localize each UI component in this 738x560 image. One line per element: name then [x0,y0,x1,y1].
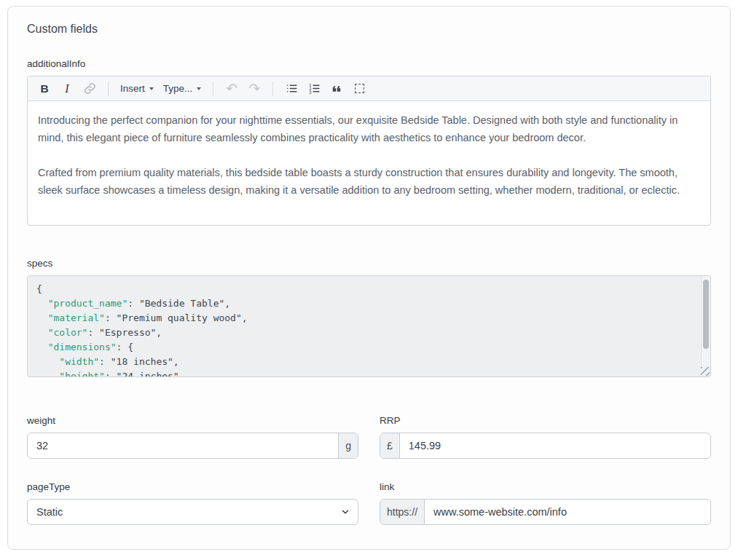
vertical-scrollbar[interactable] [701,276,710,367]
code-line: "height": "24 inches", [36,369,693,377]
embed-frame-button[interactable] [353,80,366,98]
type-dropdown-label: Type... [163,83,193,94]
link-input[interactable] [425,500,710,524]
redo-button[interactable]: ↷ [248,80,261,98]
bold-button[interactable]: B [38,80,51,98]
link-icon [84,82,96,95]
svg-text:3: 3 [309,90,312,95]
rich-text-toolbar: B I Insert Type... [28,76,710,101]
numbered-list-icon: 1 2 3 [308,82,321,95]
rrp-field-group: RRP £ [380,415,711,459]
paragraph: Crafted from premium quality materials, … [38,164,700,199]
insert-dropdown[interactable]: Insert [120,80,154,98]
rich-text-content[interactable]: Introducing the perfect companion for yo… [28,101,710,225]
weight-unit-addon: g [338,433,358,458]
currency-addon: £ [380,433,400,458]
rrp-label: RRP [380,415,711,426]
chevron-down-icon [197,87,201,90]
toolbar-divider [108,82,109,96]
weight-input[interactable] [28,433,338,458]
chevron-down-icon [149,87,154,90]
insert-dropdown-label: Insert [120,83,145,94]
redo-icon: ↷ [248,82,260,95]
type-dropdown[interactable]: Type... [163,80,202,98]
page-type-select[interactable]: Static [28,500,358,524]
weight-label: weight [27,415,358,426]
link-button[interactable] [83,80,96,98]
ordered-list-button[interactable]: 1 2 3 [307,80,321,98]
additional-info-section: additionalInfo B I Insert [27,58,711,226]
blockquote-button[interactable] [330,80,343,98]
link-field-group: link https:// [380,481,711,525]
dashed-square-icon [355,84,364,93]
page-type-field-group: pageType Static [27,481,358,525]
resize-handle-icon[interactable] [701,367,710,376]
undo-icon: ↶ [226,82,238,95]
code-line: "product_name": "Bedside Table", [36,296,693,311]
bulleted-list-icon [286,82,298,95]
weight-field-group: weight g [27,415,358,459]
page-type-label: pageType [27,481,358,492]
additional-info-label: additionalInfo [27,58,711,69]
undo-button[interactable]: ↶ [225,80,238,98]
code-line: "dimensions": { [36,340,693,355]
link-label: link [380,481,711,492]
specs-label: specs [27,258,711,269]
rrp-input[interactable] [400,433,710,458]
specs-code-content: { "product_name": "Bedside Table", "mate… [36,282,693,377]
code-line: "color": "Espresso", [36,326,693,340]
code-line: "material": "Premium quality wood", [36,311,693,326]
italic-button[interactable]: I [60,80,74,98]
paragraph: Introducing the perfect companion for yo… [38,111,700,146]
specs-code-textarea[interactable]: { "product_name": "Bedside Table", "mate… [27,275,711,377]
field-grid: weight g RRP £ pageType Static [27,415,711,525]
protocol-addon: https:// [380,500,425,524]
toolbar-divider [213,82,213,96]
custom-fields-card: Custom fields additionalInfo B I [7,6,731,550]
code-line: { [36,282,693,296]
code-line: "width": "18 inches", [36,355,693,369]
unordered-list-button[interactable] [285,80,298,98]
blockquote-icon [330,82,343,95]
scrollbar-thumb[interactable] [703,280,709,349]
toolbar-divider [272,82,273,96]
specs-section: specs { "product_name": "Bedside Table",… [27,258,711,377]
page-title: Custom fields [27,23,711,36]
rich-text-editor: B I Insert Type... [27,76,711,226]
